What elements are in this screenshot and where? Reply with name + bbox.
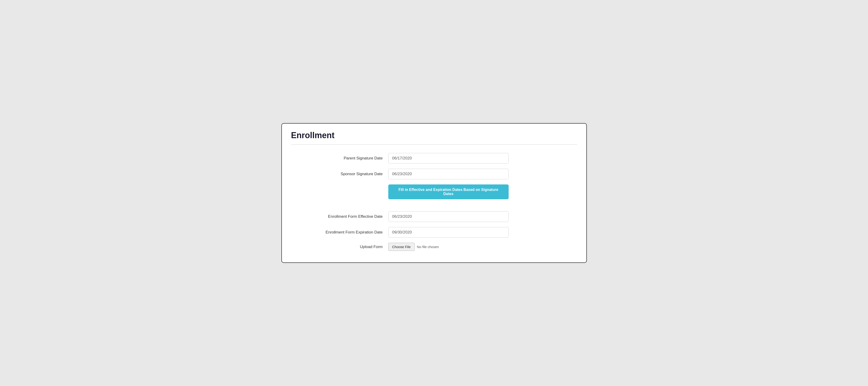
parent-signature-row: Parent Signature Date — [291, 153, 577, 164]
expiration-date-row: Enrollment Form Expiration Date — [291, 227, 577, 238]
effective-date-row: Enrollment Form Effective Date — [291, 211, 577, 222]
page-title: Enrollment — [291, 130, 577, 140]
sponsor-signature-label: Sponsor Signature Date — [291, 172, 388, 176]
fill-dates-row: Fill in Effective and Expiration Dates B… — [388, 184, 577, 199]
effective-date-label: Enrollment Form Effective Date — [291, 214, 388, 219]
upload-form-label: Upload Form — [291, 245, 388, 249]
expiration-date-input[interactable] — [388, 227, 508, 238]
enrollment-panel: Enrollment Parent Signature Date Sponsor… — [281, 123, 587, 263]
no-file-chosen-text: No file chosen — [417, 245, 439, 249]
enrollment-form: Parent Signature Date Sponsor Signature … — [291, 153, 577, 251]
parent-signature-label: Parent Signature Date — [291, 156, 388, 160]
section-divider — [291, 144, 577, 145]
choose-file-button[interactable]: Choose File — [388, 243, 415, 251]
spacer — [291, 208, 577, 211]
sponsor-signature-row: Sponsor Signature Date — [291, 169, 577, 179]
expiration-date-label: Enrollment Form Expiration Date — [291, 230, 388, 235]
effective-date-input[interactable] — [388, 211, 508, 222]
sponsor-signature-input[interactable] — [388, 169, 508, 179]
fill-dates-button[interactable]: Fill in Effective and Expiration Dates B… — [388, 184, 508, 199]
upload-form-row: Upload Form Choose File No file chosen — [291, 243, 577, 251]
parent-signature-input[interactable] — [388, 153, 508, 164]
upload-section: Choose File No file chosen — [388, 243, 439, 251]
